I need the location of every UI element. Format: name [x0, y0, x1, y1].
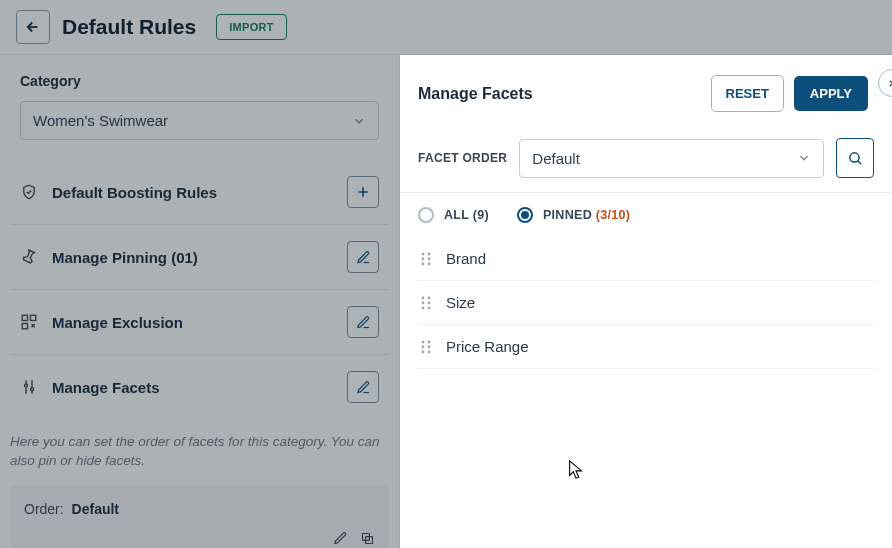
svg-point-9 — [428, 252, 431, 255]
facet-order-label: FACET ORDER — [418, 151, 507, 165]
svg-point-18 — [422, 306, 425, 309]
facet-name: Size — [446, 294, 475, 311]
tab-pinned-count: (3/10) — [596, 208, 630, 222]
drag-handle-icon[interactable] — [420, 340, 432, 354]
svg-point-12 — [422, 262, 425, 265]
facet-search-button[interactable] — [836, 138, 874, 178]
facet-order-value: Default — [532, 150, 580, 167]
apply-button[interactable]: APPLY — [794, 76, 868, 111]
tab-pinned[interactable]: PINNED (3/10) — [517, 207, 630, 223]
facet-item[interactable]: Price Range — [418, 325, 874, 369]
chevron-down-icon — [797, 151, 811, 165]
tab-all-count: (9) — [473, 208, 489, 222]
facet-name: Brand — [446, 250, 486, 267]
tab-all-label: ALL — [444, 208, 469, 222]
svg-point-23 — [428, 345, 431, 348]
svg-point-22 — [422, 345, 425, 348]
manage-facets-panel: Manage Facets RESET APPLY FACET ORDER De… — [400, 55, 892, 548]
svg-point-20 — [422, 340, 425, 343]
pinned-facet-list: Brand Size Price Range — [400, 231, 892, 375]
reset-button[interactable]: RESET — [711, 75, 784, 112]
tab-pinned-label: PINNED — [543, 208, 592, 222]
svg-point-14 — [422, 296, 425, 299]
facet-item[interactable]: Size — [418, 281, 874, 325]
svg-point-16 — [422, 301, 425, 304]
panel-title: Manage Facets — [418, 85, 701, 103]
radio-unselected-icon — [418, 207, 434, 223]
svg-point-11 — [428, 257, 431, 260]
search-icon — [847, 150, 864, 167]
svg-point-24 — [422, 350, 425, 353]
close-icon — [887, 78, 893, 89]
svg-point-10 — [422, 257, 425, 260]
drag-handle-icon[interactable] — [420, 296, 432, 310]
facet-order-select[interactable]: Default — [519, 139, 824, 178]
svg-point-17 — [428, 301, 431, 304]
svg-point-13 — [428, 262, 431, 265]
svg-point-25 — [428, 350, 431, 353]
facet-name: Price Range — [446, 338, 529, 355]
svg-point-7 — [849, 152, 858, 161]
svg-point-21 — [428, 340, 431, 343]
svg-point-19 — [428, 306, 431, 309]
svg-point-8 — [422, 252, 425, 255]
radio-selected-icon — [517, 207, 533, 223]
tab-all[interactable]: ALL (9) — [418, 207, 489, 223]
facet-item[interactable]: Brand — [418, 237, 874, 281]
drag-handle-icon[interactable] — [420, 252, 432, 266]
svg-point-15 — [428, 296, 431, 299]
